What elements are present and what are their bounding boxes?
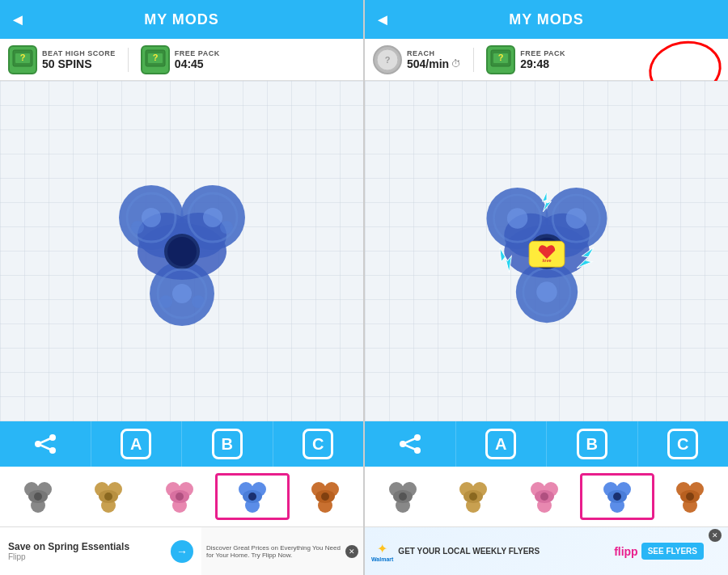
left-stat-2: ? FREE PACK 04:45 xyxy=(141,45,220,74)
left-stat-1: ? BEAT HIGH SCORE 50 SPINS xyxy=(8,45,116,74)
right-thumb-spinner-2 xyxy=(455,479,491,514)
right-ad-title: GET YOUR LOCAL WEEKLY FLYERS xyxy=(398,547,609,556)
reach-indicator: 504/min ⏱ xyxy=(407,57,461,70)
left-tab-a[interactable]: A xyxy=(91,421,183,467)
svg-line-27 xyxy=(38,438,53,444)
right-tab-a[interactable]: A xyxy=(456,421,548,467)
svg-point-89 xyxy=(469,493,477,501)
right-stat-1-icon: ? xyxy=(373,45,402,74)
left-thumb-spinner-4 xyxy=(235,479,270,514)
left-tab-c[interactable]: C xyxy=(273,421,364,467)
right-stat-2-icon: ? xyxy=(486,45,515,74)
left-stat-2-icon: ? xyxy=(141,45,170,74)
right-tab-b-btn: B xyxy=(577,429,607,459)
svg-point-53 xyxy=(321,493,329,501)
left-tab-share[interactable] xyxy=(0,421,91,467)
left-stat-divider xyxy=(128,48,129,72)
left-header: ◄ MY MODS xyxy=(0,0,363,39)
right-tab-b[interactable]: B xyxy=(547,421,638,467)
left-thumb-2[interactable] xyxy=(74,473,142,520)
svg-text:?: ? xyxy=(498,53,504,62)
left-ad-wrapper: Save on Spring Essentials Flipp → Discov… xyxy=(0,527,363,575)
walmart-label: Walmart xyxy=(371,556,393,562)
svg-point-104 xyxy=(686,493,694,501)
left-thumb-4[interactable] xyxy=(215,473,289,520)
left-thumb-3[interactable] xyxy=(145,473,214,520)
right-thumb-3[interactable] xyxy=(510,473,578,520)
left-back-button[interactable]: ◄ xyxy=(10,11,26,29)
svg-text:?: ? xyxy=(20,53,26,62)
right-stat-divider xyxy=(473,48,474,72)
svg-point-99 xyxy=(613,493,621,501)
left-thumb-1[interactable] xyxy=(3,473,72,520)
left-stat-1-icon: ? xyxy=(8,45,37,74)
left-ad-right: Discover Great Prices on Everything You … xyxy=(201,527,363,575)
right-stat-2-value: 29:48 xyxy=(520,57,565,70)
right-thumb-spinner-4 xyxy=(599,479,635,514)
right-stat-1-label: REACH xyxy=(407,49,461,57)
right-stat-2: ? FREE PACK 29:48 xyxy=(486,45,565,74)
left-thumbnails xyxy=(0,467,363,526)
svg-point-12 xyxy=(142,208,161,227)
speed-gauge-icon: ⏱ xyxy=(451,58,461,70)
right-stat-2-text: FREE PACK 29:48 xyxy=(520,49,565,70)
right-tab-c[interactable]: C xyxy=(638,421,729,467)
right-stat-1-text: REACH 504/min ⏱ xyxy=(407,49,461,70)
right-thumb-1[interactable] xyxy=(368,473,437,520)
left-thumb-spinner-1 xyxy=(20,479,56,514)
right-tab-a-btn: A xyxy=(485,429,516,459)
left-ad-left[interactable]: Save on Spring Essentials Flipp → xyxy=(0,527,201,575)
right-stat-1-value: 504/min xyxy=(407,57,449,70)
left-stat-2-value: 04:45 xyxy=(175,57,220,70)
right-tab-c-btn: C xyxy=(667,429,698,459)
left-stats-bar: ? BEAT HIGH SCORE 50 SPINS ? xyxy=(0,39,363,81)
svg-point-43 xyxy=(176,493,184,501)
left-ad-title: Save on Spring Essentials xyxy=(8,541,164,552)
svg-point-20 xyxy=(167,237,197,266)
left-stat-2-label: FREE PACK xyxy=(175,49,220,57)
left-spinner-area xyxy=(0,81,363,421)
left-screen: ◄ MY MODS ? BEAT HIGH SCORE 50 SPINS xyxy=(0,0,365,575)
left-stat-1-value: 50 SPINS xyxy=(42,57,116,70)
right-thumb-spinner-1 xyxy=(385,479,421,514)
right-spinner: love xyxy=(466,171,628,332)
walmart-spark-icon: ✦ xyxy=(377,541,387,556)
svg-point-84 xyxy=(399,493,407,501)
left-stat-1-text: BEAT HIGH SCORE 50 SPINS xyxy=(42,49,116,70)
right-thumbnails xyxy=(365,467,728,526)
left-ad-close[interactable]: ✕ xyxy=(345,545,358,558)
svg-point-38 xyxy=(104,493,112,501)
right-thumb-spinner-5 xyxy=(672,479,708,514)
right-back-button[interactable]: ◄ xyxy=(375,11,391,29)
left-tab-bar: A B C xyxy=(0,421,363,467)
left-tab-a-btn: A xyxy=(121,429,151,459)
left-ad-right-text: Discover Great Prices on Everything You … xyxy=(206,544,342,559)
svg-point-48 xyxy=(248,493,256,501)
left-tab-c-btn: C xyxy=(303,429,333,459)
right-ad-close[interactable]: ✕ xyxy=(709,529,722,542)
left-stat-2-text: FREE PACK 04:45 xyxy=(175,49,220,70)
right-ad-content: ✦ Walmart GET YOUR LOCAL WEEKLY FLYERS f… xyxy=(365,527,728,575)
left-thumb-5[interactable] xyxy=(291,473,360,520)
right-stats-bar: ? REACH 504/min ⏱ ? xyxy=(365,39,728,81)
left-header-title: MY MODS xyxy=(144,11,219,28)
right-thumb-4[interactable] xyxy=(580,473,654,520)
left-thumb-spinner-2 xyxy=(91,479,126,514)
right-stat-2-label: FREE PACK xyxy=(520,49,565,57)
see-flyers-button[interactable]: SEE FLYERS xyxy=(641,543,704,560)
right-tab-share[interactable] xyxy=(365,421,456,467)
share-icon xyxy=(33,434,57,454)
right-header-title: MY MODS xyxy=(509,11,584,28)
svg-line-79 xyxy=(403,444,417,450)
left-thumb-spinner-5 xyxy=(307,479,343,514)
left-ad-arrow[interactable]: → xyxy=(171,540,193,563)
left-thumb-spinner-3 xyxy=(162,479,197,514)
right-ad-bar: ✦ Walmart GET YOUR LOCAL WEEKLY FLYERS f… xyxy=(365,526,728,575)
right-tab-bar: A B C xyxy=(365,421,728,467)
left-tab-b[interactable]: B xyxy=(182,421,273,467)
right-thumb-2[interactable] xyxy=(438,473,507,520)
svg-point-94 xyxy=(540,493,548,501)
right-thumb-5[interactable] xyxy=(656,473,725,520)
right-ad-text-block: GET YOUR LOCAL WEEKLY FLYERS xyxy=(398,547,609,556)
left-tab-b-btn: B xyxy=(212,429,243,459)
